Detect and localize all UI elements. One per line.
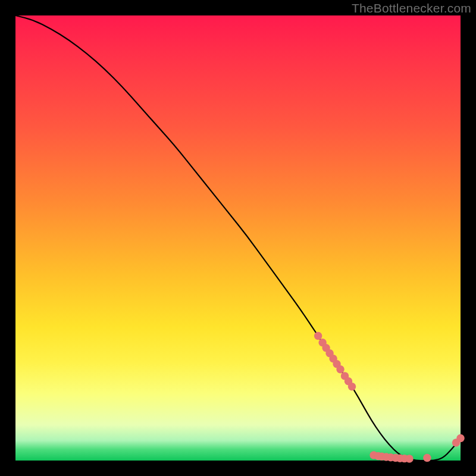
bottleneck-curve	[15, 15, 461, 461]
data-marker	[423, 454, 431, 462]
plot-area	[15, 15, 461, 461]
chart-svg-overlay	[15, 15, 461, 461]
data-marker	[336, 365, 344, 373]
data-marker	[314, 332, 322, 340]
data-marker	[405, 455, 413, 462]
data-marker	[348, 383, 356, 390]
watermark-text: TheBottlenecker.com	[352, 1, 471, 15]
data-marker	[456, 434, 464, 442]
chart-root: TheBottlenecker.com	[0, 0, 476, 476]
data-markers	[314, 332, 465, 463]
